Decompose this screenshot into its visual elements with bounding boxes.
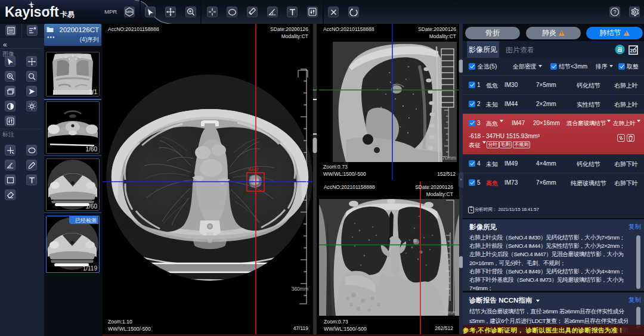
- svg-text:?: ?: [614, 9, 617, 15]
- svg-text:MPR: MPR: [126, 10, 133, 14]
- svg-text:已经检测: 已经检测: [75, 217, 97, 223]
- svg-text:IM47: IM47: [248, 167, 259, 172]
